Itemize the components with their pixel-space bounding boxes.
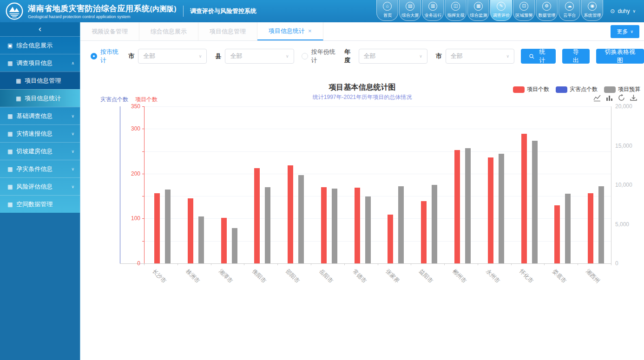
sidebar-item-调查项目信息[interactable]: ▦调查项目信息∧ bbox=[0, 54, 80, 72]
gridline bbox=[144, 196, 611, 196]
left-axis-line bbox=[144, 106, 145, 263]
nav-item-调查评价[interactable]: ✎调查评价 bbox=[490, 0, 512, 21]
nav-item-综合监测[interactable]: ▦综合监测 bbox=[467, 0, 489, 21]
sidebar-subitem-label: 项目信息管理 bbox=[25, 77, 61, 85]
radio-by-year[interactable]: 按年份统计 bbox=[302, 48, 336, 65]
sidebar-item-切坡建房信息[interactable]: ▦切坡建房信息∨ bbox=[0, 142, 80, 160]
nav-item-综合大屏[interactable]: ▤综合大屏 bbox=[399, 0, 421, 21]
sidebar-item-综合信息展示[interactable]: ▣综合信息展示 bbox=[0, 36, 80, 54]
sidebar-item-基础调查信息[interactable]: ▦基础调查信息∨ bbox=[0, 107, 80, 124]
x-axis-label-株洲市: 株洲市 bbox=[184, 268, 201, 285]
bar-项目预算-永州市[interactable] bbox=[499, 154, 504, 263]
bar-项目预算-湘西州[interactable] bbox=[598, 186, 604, 263]
bar-项目预算-湘潭市[interactable] bbox=[232, 228, 237, 263]
bar-项目预算-长沙市[interactable] bbox=[165, 190, 171, 263]
bar-项目预算-邵阳市[interactable] bbox=[298, 175, 304, 263]
sidebar-item-孕灾条件信息[interactable]: ▦孕灾条件信息∨ bbox=[0, 160, 80, 177]
line-chart-icon[interactable] bbox=[593, 94, 601, 102]
x-axis-tick bbox=[244, 263, 244, 265]
legend-swatch bbox=[556, 86, 567, 93]
bar-项目个数-娄底市[interactable] bbox=[554, 205, 560, 263]
restore-icon[interactable] bbox=[618, 94, 625, 102]
bar-项目预算-株洲市[interactable] bbox=[198, 216, 204, 263]
stat-button[interactable]: 统计 bbox=[521, 49, 556, 64]
export-button-label: 导出 bbox=[571, 48, 581, 65]
bar-项目个数-株洲市[interactable] bbox=[188, 198, 193, 263]
radio-by-city[interactable]: 按市统计 bbox=[91, 48, 120, 65]
nav-item-label: 综合监测 bbox=[470, 13, 487, 19]
nav-item-业务运行[interactable]: ▥业务运行 bbox=[422, 0, 444, 21]
bar-chart-icon[interactable] bbox=[605, 94, 613, 102]
tab-视频设备管理[interactable]: 视频设备管理 bbox=[80, 22, 139, 40]
bar-项目个数-常德市[interactable] bbox=[355, 188, 360, 263]
right-axis-tick-label: 20,000 bbox=[615, 103, 632, 110]
bar-项目个数-怀化市[interactable] bbox=[521, 134, 527, 263]
bar-项目预算-怀化市[interactable] bbox=[532, 141, 538, 263]
nav-item-label: 指挥支撑 bbox=[447, 13, 464, 19]
legend-item-项目个数[interactable]: 项目个数 bbox=[513, 85, 549, 93]
bar-项目个数-湘西州[interactable] bbox=[588, 193, 593, 263]
bar-项目预算-娄底市[interactable] bbox=[565, 194, 571, 263]
bar-项目个数-永州市[interactable] bbox=[488, 157, 493, 263]
download-icon[interactable] bbox=[630, 94, 637, 102]
user-menu[interactable]: ⊙ duhy ∨ bbox=[610, 8, 636, 14]
sidebar-collapse-button[interactable]: ‹ bbox=[0, 22, 80, 36]
nav-item-云平台[interactable]: ☁云平台 bbox=[559, 0, 580, 21]
city2-select-value: 全部 bbox=[451, 52, 463, 60]
table-icon: ▦ bbox=[7, 60, 13, 66]
bar-项目预算-衡阳市[interactable] bbox=[265, 187, 270, 263]
city2-select[interactable]: 全部 ∨ bbox=[446, 49, 514, 64]
more-button[interactable]: 更多 ∨ bbox=[611, 25, 639, 38]
bar-项目个数-衡阳市[interactable] bbox=[254, 168, 260, 263]
bar-项目预算-张家界[interactable] bbox=[398, 186, 404, 263]
bar-项目预算-常德市[interactable] bbox=[365, 196, 371, 263]
bar-项目预算-郴州市[interactable] bbox=[465, 148, 471, 263]
sidebar-item-空间数据管理[interactable]: ▦空间数据管理 bbox=[0, 195, 80, 213]
legend-item-项目预算[interactable]: 项目预算 bbox=[604, 85, 640, 93]
chevron-down-icon: ∨ bbox=[71, 149, 74, 154]
left-axis-tick bbox=[142, 106, 144, 107]
bar-项目个数-长沙市[interactable] bbox=[154, 193, 160, 263]
app-header: 湖南省地质灾害防治综合应用系统(内测版) Geological hazard p… bbox=[0, 0, 644, 22]
county-select[interactable]: 全部 ∨ bbox=[225, 49, 294, 64]
year-select[interactable]: 全部 ∨ bbox=[359, 49, 427, 64]
command-support-icon: ◫ bbox=[451, 2, 460, 11]
bar-项目个数-湘潭市[interactable] bbox=[221, 218, 227, 263]
city-select[interactable]: 全部 ∨ bbox=[138, 49, 207, 64]
x-axis-label-益阳市: 益阳市 bbox=[417, 268, 434, 285]
tab-项目信息管理[interactable]: 项目信息管理 bbox=[198, 22, 257, 40]
legend-item-灾害点个数[interactable]: 灾害点个数 bbox=[556, 85, 598, 93]
nav-item-首页[interactable]: ⌂首页 bbox=[376, 0, 398, 21]
city2-label: 市 bbox=[436, 52, 442, 60]
sidebar-item-风险评估信息[interactable]: ▦风险评估信息∨ bbox=[0, 177, 80, 195]
nav-item-指挥支撑[interactable]: ◫指挥支撑 bbox=[445, 0, 467, 21]
main-content: 视频设备管理综合信息展示项目信息管理项目信息统计× 更多 ∨ 按市统计 市 全部… bbox=[80, 22, 644, 360]
x-axis-tick bbox=[177, 263, 178, 265]
bar-项目个数-益阳市[interactable] bbox=[421, 201, 427, 263]
nav-item-数据管理[interactable]: ⚙数据管理 bbox=[536, 0, 558, 21]
export-button[interactable]: 导出 bbox=[562, 49, 589, 64]
nav-item-label: 调查评价 bbox=[493, 13, 510, 19]
radio-by-city-label: 按市统计 bbox=[100, 48, 120, 65]
legend-label: 项目个数 bbox=[527, 85, 549, 93]
radio-by-year-label: 按年份统计 bbox=[311, 48, 336, 65]
bar-项目个数-张家界[interactable] bbox=[388, 215, 393, 263]
sidebar-subitem-项目信息管理[interactable]: ▦项目信息管理 bbox=[0, 72, 80, 89]
sidebar-item-label: 灾情速报信息 bbox=[16, 130, 53, 138]
bar-项目个数-郴州市[interactable] bbox=[454, 150, 460, 263]
tab-项目信息统计[interactable]: 项目信息统计× bbox=[257, 22, 323, 40]
sidebar-item-灾情速报信息[interactable]: ▦灾情速报信息∨ bbox=[0, 124, 80, 142]
bar-项目个数-邵阳市[interactable] bbox=[288, 165, 293, 263]
sidebar-item-label: 风险评估信息 bbox=[16, 183, 53, 191]
nav-item-区域预警[interactable]: ⊡区域预警 bbox=[513, 0, 535, 21]
toggle-table-view-button[interactable]: 切换表格视图 bbox=[596, 49, 644, 64]
bar-项目预算-岳阳市[interactable] bbox=[332, 189, 337, 263]
bar-项目预算-益阳市[interactable] bbox=[432, 185, 437, 263]
nav-item-系统管理[interactable]: ◉系统管理 bbox=[581, 0, 603, 21]
sidebar-subitem-项目信息统计[interactable]: ▦项目信息统计 bbox=[0, 89, 80, 107]
tab-综合信息展示[interactable]: 综合信息展示 bbox=[139, 22, 198, 40]
close-icon[interactable]: × bbox=[308, 27, 312, 34]
right-axis-tick-label: 5,000 bbox=[615, 221, 629, 228]
bar-项目个数-岳阳市[interactable] bbox=[321, 187, 327, 263]
nav-item-label: 云平台 bbox=[563, 13, 576, 19]
